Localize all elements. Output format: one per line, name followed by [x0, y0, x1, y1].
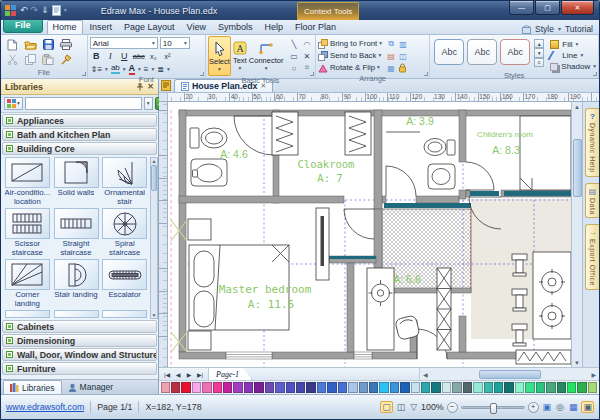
color-swatch[interactable] — [390, 382, 399, 393]
font-size-select[interactable]: 10▾ — [160, 37, 190, 49]
context-tools-tab[interactable]: Context Tools — [297, 2, 359, 20]
ellipse-shape-icon[interactable]: ○ — [292, 64, 297, 73]
styles-scroll-down-icon[interactable]: ▼ — [534, 48, 544, 57]
app-logo-icon[interactable] — [5, 5, 17, 17]
color-swatch[interactable] — [546, 382, 555, 393]
tab-libraries[interactable]: Libraries — [3, 380, 62, 394]
pillow[interactable] — [194, 291, 214, 327]
library-search-input[interactable] — [25, 97, 142, 110]
delete-shape-icon[interactable]: ✕ — [304, 52, 311, 61]
arc-shape-icon[interactable]: ◠ — [303, 40, 310, 49]
color-swatch[interactable] — [181, 382, 190, 393]
tab-data[interactable]: ▤Data — [585, 183, 599, 219]
color-swatch[interactable] — [431, 382, 440, 393]
color-swatch[interactable] — [421, 382, 430, 393]
horizontal-scrollbar[interactable]: ◀ ▶ — [419, 368, 599, 380]
zoom-in-button[interactable]: + — [528, 402, 539, 413]
color-swatch[interactable] — [452, 382, 461, 393]
color-swatch[interactable] — [473, 382, 482, 393]
rotate-flip-button[interactable]: Rotate & Flip▾ — [318, 62, 382, 73]
copy-icon[interactable] — [25, 54, 36, 65]
highlight-icon[interactable]: ab — [111, 64, 120, 74]
undo-icon[interactable]: ↶ — [20, 6, 28, 15]
color-swatch[interactable] — [327, 382, 336, 393]
style-preset-2[interactable]: Abc — [467, 39, 497, 65]
color-swatch[interactable] — [213, 382, 222, 393]
color-swatch[interactable] — [306, 382, 315, 393]
align-icon[interactable]: ≡ — [144, 65, 149, 74]
color-swatch[interactable] — [588, 382, 597, 393]
group-shapes-icon[interactable]: ⧉ — [388, 39, 394, 49]
dialog-launcher-icon[interactable] — [424, 72, 428, 76]
bathroom2-area-label[interactable]: A: 3.9 — [406, 115, 434, 127]
master-bedroom-area-label[interactable]: A: 11.6 — [248, 298, 294, 311]
filter-view-icon[interactable]: ▽ — [409, 402, 418, 412]
text-tool-button[interactable]: A Text▾ — [233, 36, 247, 76]
print-icon[interactable] — [60, 39, 72, 50]
color-swatch[interactable] — [223, 382, 232, 393]
library-item[interactable]: Scissorstaircase — [3, 208, 52, 258]
library-item[interactable]: Air-conditio...location — [3, 157, 52, 207]
italic-button[interactable]: I — [105, 51, 116, 61]
styles-scroll-up-icon[interactable]: ▲ — [534, 39, 544, 48]
center-icon[interactable]: ◫ — [399, 52, 407, 61]
tab-view[interactable]: View — [182, 21, 211, 34]
color-swatch[interactable] — [171, 382, 180, 393]
nightstand[interactable] — [188, 219, 211, 240]
color-swatch[interactable] — [400, 382, 409, 393]
connector-tool-button[interactable]: Connector▾ — [249, 36, 284, 76]
color-swatch[interactable] — [567, 382, 576, 393]
library-item[interactable]: Escalator — [100, 259, 149, 309]
tab-dynamic-help[interactable]: ?Dynamic Help — [585, 108, 599, 177]
columns-icon[interactable]: ▥ — [399, 40, 407, 49]
color-swatch[interactable] — [275, 382, 284, 393]
scroll-left-icon[interactable]: ◀ — [420, 371, 431, 378]
page-tab[interactable]: Page-1 — [209, 368, 252, 380]
color-swatch[interactable] — [265, 382, 274, 393]
fill-button[interactable]: Fill▾ — [550, 40, 596, 49]
color-swatch[interactable] — [369, 382, 378, 393]
drawing-canvas[interactable]: A: 4.6 Cloakroom A: 7 A: 3.9 Children's … — [168, 102, 571, 367]
color-swatch[interactable] — [244, 382, 253, 393]
zoom-slider[interactable] — [461, 406, 525, 409]
library-item[interactable]: Ornamentalstair — [100, 157, 149, 207]
underline-button[interactable]: U — [119, 51, 130, 61]
color-swatch[interactable] — [515, 382, 524, 393]
distribute-icon[interactable]: ▦ — [387, 64, 395, 73]
style-menu[interactable]: Style — [535, 24, 554, 34]
scroll-down-icon[interactable]: ▼ — [574, 358, 580, 367]
normal-view-icon[interactable]: ▢ — [380, 401, 393, 413]
tab-page-layout[interactable]: Page Layout — [119, 21, 180, 34]
library-scrollbar[interactable]: ▲▼ — [150, 157, 158, 319]
crop-icon[interactable]: ⌗ — [305, 63, 310, 73]
fit-page-icon[interactable]: ▣ — [542, 402, 553, 412]
cut-icon[interactable] — [7, 54, 18, 65]
line-button[interactable]: Line▾ — [550, 51, 596, 60]
color-swatch[interactable] — [557, 382, 566, 393]
color-swatch[interactable] — [233, 382, 242, 393]
full-screen-icon[interactable]: ▣ — [581, 401, 594, 413]
master-bedroom-name-label[interactable]: Master bedroom — [219, 283, 312, 296]
tutorial-menu[interactable]: Tutorial — [565, 24, 593, 34]
minimize-button[interactable]: — — [509, 1, 534, 15]
dialog-launcher-icon[interactable] — [310, 72, 314, 76]
scroll-right-icon[interactable]: ▶ — [588, 371, 599, 378]
shadow-button[interactable]: Shadow▾ — [550, 62, 596, 71]
tab-manager[interactable]: Manager — [62, 380, 120, 394]
dialog-launcher-icon[interactable] — [200, 72, 204, 76]
select-tool-button[interactable]: Select▾ — [208, 36, 231, 76]
first-page-icon[interactable]: |◀ — [162, 371, 172, 378]
library-item[interactable] — [100, 310, 149, 318]
line-shape-icon[interactable]: ╲ — [292, 40, 297, 49]
horizontal-scroll-thumb[interactable] — [479, 370, 541, 379]
zoom-slider-thumb[interactable] — [490, 403, 497, 414]
close-button[interactable]: ✕ — [561, 1, 594, 15]
tab-help[interactable]: Help — [259, 21, 288, 34]
paste-icon[interactable] — [42, 54, 54, 65]
save-icon[interactable]: ⇓ — [41, 6, 49, 15]
dialog-launcher-icon[interactable] — [82, 72, 86, 76]
section-dimensioning[interactable]: Dimensioning — [2, 334, 157, 347]
color-swatch[interactable] — [411, 382, 420, 393]
vertical-scrollbar[interactable]: ▲ ▼ — [571, 102, 582, 367]
subscript-button[interactable]: x₂ — [148, 52, 159, 61]
